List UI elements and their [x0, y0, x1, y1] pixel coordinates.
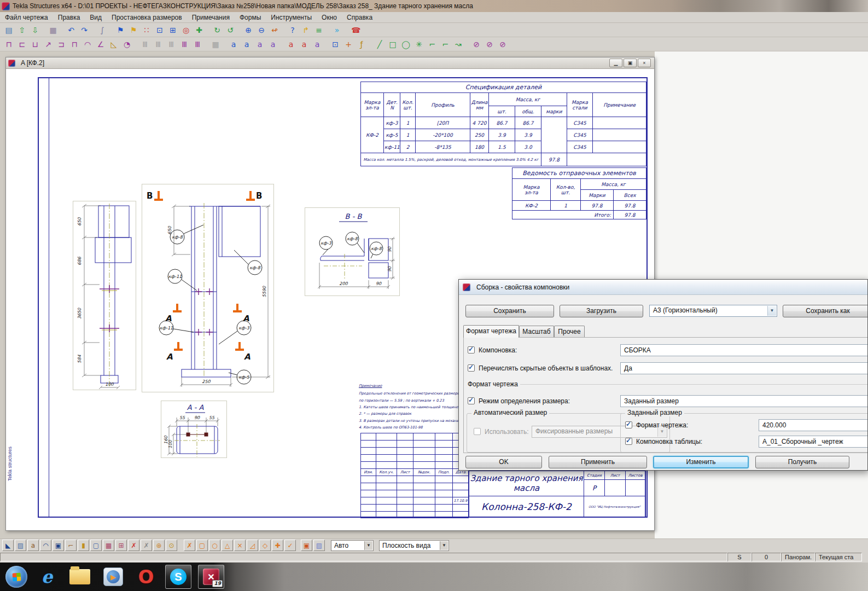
tab-other[interactable]: Прочее	[554, 326, 585, 338]
save-drawing-icon[interactable]: ⇩	[29, 24, 41, 36]
select-cut-icon[interactable]: ✗	[141, 540, 152, 551]
size-mode-checkbox[interactable]: ✓	[468, 397, 475, 404]
snap-intersection-icon[interactable]: ×	[234, 540, 246, 551]
draw-polygon-icon[interactable]: ⌐	[426, 38, 438, 50]
restore-button[interactable]: ▣	[624, 59, 637, 67]
select-hatch-icon[interactable]: ▨	[15, 540, 26, 551]
zoom-out-icon[interactable]: ⊖	[255, 24, 267, 36]
axis-dim-5-icon[interactable]: Ⅲ	[191, 38, 203, 50]
snap-view-icon[interactable]: ▨	[313, 540, 325, 551]
Файл чертежа[interactable]: Файл чертежа	[0, 13, 53, 22]
note-slanted2-icon[interactable]: a	[267, 38, 279, 50]
spec-table[interactable]: Спецификация деталей Марка эл-та Дет. N …	[360, 82, 646, 166]
zoom-previous-icon[interactable]: ↫	[269, 24, 281, 36]
select-bar-icon[interactable]: ▮	[78, 540, 89, 551]
Правка[interactable]: Правка	[53, 13, 85, 22]
taskbar-media-player[interactable]: ▶	[101, 567, 126, 586]
bolt-mark-icon[interactable]: ⚑	[114, 24, 126, 36]
revision-table[interactable]: Изм. Кол.уч. Лист №док. Подп. Дата 17.10…	[360, 433, 469, 518]
dim-straight-icon[interactable]: ⊓	[3, 38, 15, 50]
zoom-in-icon[interactable]: ⊕	[242, 24, 254, 36]
ok-button[interactable]: OK	[465, 456, 542, 468]
tab-scale[interactable]: Масштаб	[519, 326, 554, 338]
snap-center-icon[interactable]: ○	[209, 540, 220, 551]
view-plane-combo[interactable]: Плоскость вида ▼	[379, 540, 449, 551]
hidden-objects-checkbox[interactable]: ✓	[468, 364, 475, 372]
Вид[interactable]: Вид	[85, 13, 107, 22]
taskbar-ie[interactable]: e	[35, 566, 59, 587]
dim-chain-icon[interactable]: ⊓	[68, 38, 80, 50]
drawing-format-checkbox[interactable]: ✓	[625, 421, 632, 428]
select-corner-icon[interactable]: ⌐	[65, 540, 77, 551]
select-text-icon[interactable]: a	[27, 540, 39, 551]
select-part-icon[interactable]: ▣	[53, 540, 64, 551]
hidden-objects-field[interactable]: Да	[620, 362, 868, 374]
open-model-icon[interactable]: ↱	[300, 24, 312, 36]
axis-dim-1-icon[interactable]: Ⅲ	[139, 38, 151, 50]
assembly-properties-dialog[interactable]: Сборка - свойства компоновки Сохранить З…	[458, 279, 868, 471]
mark-text-icon[interactable]: a	[285, 38, 297, 50]
taskbar-tekla[interactable]: ✕ 19	[198, 565, 224, 589]
Окно[interactable]: Окно	[317, 13, 342, 22]
copy-drawing-icon[interactable]: ▤	[3, 24, 15, 36]
start-button[interactable]	[5, 566, 27, 588]
shipping-table[interactable]: Ведомость отправочных элементов Марка эл…	[512, 167, 646, 219]
weld-mark-icon[interactable]: ⚑	[127, 24, 139, 36]
dim-curved-icon[interactable]: ◠	[81, 38, 94, 50]
axis-dim-2-icon[interactable]: Ⅲ	[152, 38, 164, 50]
snap-points-icon[interactable]: ▢	[196, 540, 208, 551]
layout-checkbox[interactable]: ✓	[468, 346, 475, 354]
layout-field[interactable]: СБОРКА	[620, 344, 868, 356]
snap-off-icon[interactable]: ✗	[184, 540, 195, 551]
dim-vertical-icon[interactable]: ⊏	[16, 38, 28, 50]
note-text2-icon[interactable]: a	[241, 38, 253, 50]
use-checkbox[interactable]	[474, 428, 481, 435]
tab-drawing-format[interactable]: Формат чертежа	[463, 325, 519, 338]
snap-line-icon[interactable]: ◇	[259, 540, 271, 551]
note-slanted-icon[interactable]: a	[254, 38, 266, 50]
update-all-icon[interactable]: ↺	[224, 24, 236, 36]
view-main-assembly[interactable]: B B A A A A	[142, 184, 274, 392]
drawing-window-titlebar[interactable]: A [КФ.2] ▁ ▣ ×	[6, 57, 654, 69]
view-section-aa[interactable]: A - A 55 90 55 160	[161, 401, 227, 458]
dim-free-icon[interactable]: ⊔	[29, 38, 41, 50]
Справка[interactable]: Справка	[342, 13, 377, 22]
text-frame-icon[interactable]: ⊡	[329, 38, 341, 50]
pan-view-icon[interactable]: ⊞	[167, 24, 179, 36]
symbol-plus-icon[interactable]: +	[342, 38, 354, 50]
note-text-icon[interactable]: a	[228, 38, 240, 50]
save-as-button[interactable]: Сохранить как	[783, 305, 868, 317]
taskbar-explorer[interactable]	[67, 569, 93, 584]
dim-combine-icon[interactable]: ▦	[209, 38, 222, 50]
print-icon[interactable]: ▦	[47, 24, 59, 36]
draw-spray-icon[interactable]: ✳	[413, 38, 425, 50]
open-drawing-icon[interactable]: ⇧	[16, 24, 28, 36]
select-bolt-icon[interactable]: ⊕	[153, 540, 165, 551]
select-filter-icon[interactable]: ◣	[2, 540, 14, 551]
size-mode-field[interactable]: Заданный размер	[620, 395, 868, 407]
draw-rect-icon[interactable]: □	[387, 38, 399, 50]
report-icon[interactable]: ≡	[313, 24, 325, 36]
whats-this-icon[interactable]: ?	[287, 24, 299, 36]
dim-base-icon[interactable]: ⊐	[55, 38, 67, 50]
fit-view-icon[interactable]: ⊡	[154, 24, 166, 36]
select-lamp-icon[interactable]: ⊙	[166, 540, 177, 551]
snap-any-icon[interactable]: ✓	[284, 540, 296, 551]
select-frame-icon[interactable]: ▢	[90, 540, 102, 551]
mark-slanted-icon[interactable]: a	[311, 38, 323, 50]
apply-button[interactable]: Применить	[549, 456, 647, 468]
chevron-down-icon[interactable]: ▼	[440, 541, 448, 550]
draw-line-icon[interactable]: ╱	[374, 38, 386, 50]
snap-perpendicular-icon[interactable]: ◿	[247, 540, 258, 551]
snap-depth-combo[interactable]: Авто ▼	[331, 540, 374, 551]
delete-line-icon[interactable]: ⊘	[470, 38, 482, 50]
layout-template-combo[interactable]: A3 (Горизонтальный) ▼	[649, 305, 777, 317]
Инструменты[interactable]: Инструменты	[266, 13, 317, 22]
update-mark-icon[interactable]: ↻	[211, 24, 223, 36]
create-view-icon[interactable]: ✚	[193, 24, 205, 36]
snap-ref-icon[interactable]: ▣	[301, 540, 312, 551]
select-weld-icon[interactable]: ✗	[128, 540, 139, 551]
drawing-format-field[interactable]: 420.000	[759, 419, 868, 431]
center-view-icon[interactable]: ◎	[180, 24, 192, 36]
get-button[interactable]: Получить	[755, 456, 849, 468]
